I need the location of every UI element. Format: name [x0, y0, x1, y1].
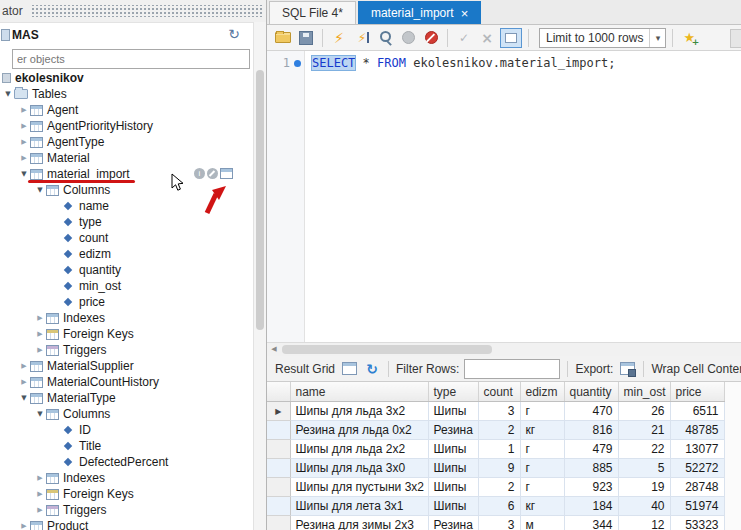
cell-price[interactable]: 51974	[670, 497, 724, 516]
tree-item-indexes[interactable]: ▶ Indexes	[0, 470, 253, 486]
clipped-toolbar-icon[interactable]	[730, 29, 741, 48]
cell-quantity[interactable]: 479	[564, 440, 618, 459]
stop-on-error-icon[interactable]	[421, 29, 441, 47]
execute-icon[interactable]: ⚡	[329, 29, 349, 47]
table-row[interactable]: Шипы для льда 3x0Шипы9г885552272	[267, 459, 724, 478]
tree-expand-arrow[interactable]: ▶	[34, 310, 46, 326]
table-row[interactable]: Шипы для льда 2x2Шипы1г4792213077	[267, 440, 724, 459]
column-header-quantity[interactable]: quantity	[564, 382, 618, 402]
row-selector[interactable]	[267, 497, 290, 516]
table-row[interactable]: Шипы для лета 3x1Шипы6кг1844051974	[267, 497, 724, 516]
commit-icon[interactable]: ✓	[454, 29, 474, 47]
tree-item-triggers[interactable]: ▶ Triggers	[0, 502, 253, 518]
save-snippet-icon[interactable]: ★	[679, 29, 699, 47]
cell-type[interactable]: Шипы	[428, 402, 478, 421]
cell-count[interactable]: 3	[478, 402, 520, 421]
tree-expand-arrow[interactable]: ▶	[18, 134, 30, 150]
cell-count[interactable]: 2	[478, 421, 520, 440]
cell-name[interactable]: Резина для льда 0x2	[290, 421, 428, 440]
tree-item-price[interactable]: price	[0, 294, 253, 310]
tree-expand-arrow[interactable]: ▼	[2, 86, 14, 102]
tree-item-count[interactable]: count	[0, 230, 253, 246]
cell-min-ost[interactable]: 22	[618, 440, 670, 459]
tree-item-triggers[interactable]: ▶ Triggers	[0, 342, 253, 358]
limit-rows-dropdown[interactable]: Limit to 1000 rows ▾	[539, 28, 666, 48]
cell-name[interactable]: Шипы для льда 3x0	[290, 459, 428, 478]
cell-edizm[interactable]: г	[520, 478, 564, 497]
cell-price[interactable]: 48785	[670, 421, 724, 440]
tree-expand-arrow[interactable]: ▶	[34, 326, 46, 342]
tree-item-material-import[interactable]: ▼ material_import	[0, 166, 253, 182]
tree-expand-arrow[interactable]: ▶	[34, 502, 46, 518]
filter-rows-input[interactable]	[464, 359, 560, 379]
cell-name[interactable]: Шипы для пустыни 3x2	[290, 478, 428, 497]
cell-min-ost[interactable]: 5	[618, 459, 670, 478]
tab-sql-file-4[interactable]: SQL File 4*	[269, 1, 356, 24]
column-header-edizm[interactable]: edizm	[520, 382, 564, 402]
explain-icon[interactable]	[375, 29, 395, 47]
cell-edizm[interactable]: г	[520, 402, 564, 421]
cell-min-ost[interactable]: 26	[618, 402, 670, 421]
column-header-name[interactable]: name	[290, 382, 428, 402]
tree-expand-arrow[interactable]: ▶	[34, 342, 46, 358]
tree-item-name[interactable]: name	[0, 198, 253, 214]
column-header-price[interactable]: price	[670, 382, 724, 402]
cell-price[interactable]: 52272	[670, 459, 724, 478]
cell-count[interactable]: 6	[478, 497, 520, 516]
cell-edizm[interactable]: г	[520, 440, 564, 459]
cell-price[interactable]: 6511	[670, 402, 724, 421]
tree-item-columns[interactable]: ▼ Columns	[0, 406, 253, 422]
sql-code-editor[interactable]: 1 SELECT * FROM ekolesnikov.material_imp…	[267, 51, 741, 342]
tree-item-agent[interactable]: ▶ Agent	[0, 102, 253, 118]
export-icon[interactable]	[618, 361, 636, 377]
tree-expand-arrow[interactable]: ▶	[34, 470, 46, 486]
tree-item-foreign-keys[interactable]: ▶ Foreign Keys	[0, 486, 253, 502]
cell-quantity[interactable]: 344	[564, 516, 618, 530]
refresh-results-icon[interactable]: ↻	[363, 361, 381, 377]
cell-quantity[interactable]: 184	[564, 497, 618, 516]
sql-code-line[interactable]: SELECT * FROM ekolesnikov.material_impor…	[305, 51, 741, 342]
tree-item-edizm[interactable]: edizm	[0, 246, 253, 262]
column-header-type[interactable]: type	[428, 382, 478, 402]
tree-item-material[interactable]: ▶ Material	[0, 150, 253, 166]
refresh-schemas-icon[interactable]: ↻	[228, 26, 240, 42]
navigator-scrollbar[interactable]	[253, 22, 266, 530]
cell-name[interactable]: Шипы для лета 3x1	[290, 497, 428, 516]
cell-type[interactable]: Резина	[428, 516, 478, 530]
open-file-icon[interactable]	[273, 29, 293, 47]
column-header-min-ost[interactable]: min_ost	[618, 382, 670, 402]
tree-item-title[interactable]: Title	[0, 438, 253, 454]
row-selector[interactable]: ▶	[267, 402, 290, 421]
cell-price[interactable]: 13077	[670, 440, 724, 459]
row-selector[interactable]	[267, 440, 290, 459]
cell-type[interactable]: Шипы	[428, 459, 478, 478]
row-selector[interactable]	[267, 459, 290, 478]
schema-node-ekolesnikov[interactable]: ekolesnikov	[0, 70, 253, 86]
cell-count[interactable]: 3	[478, 516, 520, 530]
row-selector-header[interactable]	[267, 382, 290, 402]
cell-count[interactable]: 1	[478, 440, 520, 459]
tree-item-quantity[interactable]: quantity	[0, 262, 253, 278]
cell-quantity[interactable]: 470	[564, 402, 618, 421]
tree-item-min-ost[interactable]: min_ost	[0, 278, 253, 294]
column-header-count[interactable]: count	[478, 382, 520, 402]
filter-objects-input[interactable]	[12, 49, 250, 69]
cell-edizm[interactable]: г	[520, 459, 564, 478]
row-selector[interactable]	[267, 421, 290, 440]
tree-expand-arrow[interactable]: ▶	[18, 118, 30, 134]
tree-item-materialcounthistory[interactable]: ▶ MaterialCountHistory	[0, 374, 253, 390]
tree-item-columns[interactable]: ▼ Columns	[0, 182, 253, 198]
tree-item-agentpriorityhistory[interactable]: ▶ AgentPriorityHistory	[0, 118, 253, 134]
cell-name[interactable]: Шипы для льда 2x2	[290, 440, 428, 459]
tree-expand-arrow[interactable]: ▶	[18, 358, 30, 374]
cell-price[interactable]: 28748	[670, 478, 724, 497]
cell-edizm[interactable]: кг	[520, 497, 564, 516]
stop-icon[interactable]	[398, 29, 418, 47]
tree-item-type[interactable]: type	[0, 214, 253, 230]
table-row[interactable]: Шипы для пустыни 3x2Шипы2г9231928748	[267, 478, 724, 497]
tree-expand-arrow[interactable]: ▼	[34, 406, 46, 422]
panel-grip[interactable]	[31, 5, 262, 17]
cell-quantity[interactable]: 816	[564, 421, 618, 440]
toggle-autocommit-icon[interactable]	[500, 28, 522, 48]
cell-name[interactable]: Резина для зимы 2x3	[290, 516, 428, 530]
